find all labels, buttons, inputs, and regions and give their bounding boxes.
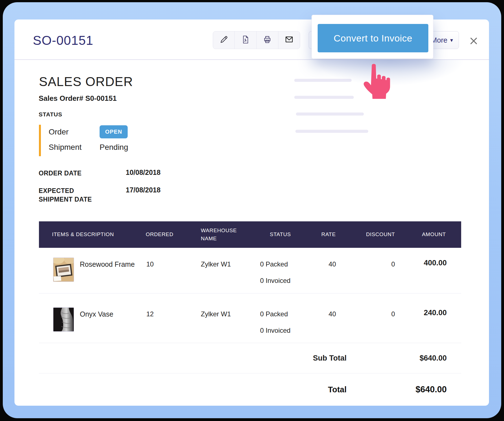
amount-cell: 400.00: [398, 258, 461, 293]
sub-total-value: $640.00: [411, 354, 447, 363]
rosewood-frame-thumbnail: [53, 258, 74, 282]
column-header-warehouse: WAREHOUSE NAME: [195, 227, 242, 243]
document-heading: SALES ORDER: [39, 74, 133, 89]
skeleton-line: [294, 96, 354, 99]
table-header-row: ITEMS & DESCRIPTION ORDERED WAREHOUSE NA…: [39, 221, 461, 248]
sales-order-number: Sales Order# S0-00151: [39, 94, 117, 103]
status-cell: 0 Packed 0 Invoiced: [260, 307, 312, 343]
shipment-status-row: Shipment Pending: [49, 143, 128, 152]
pencil-icon: [219, 35, 228, 45]
close-button[interactable]: [468, 36, 479, 46]
item-cell: Rosewood Frame: [39, 258, 140, 293]
item-name: Rosewood Frame: [80, 260, 135, 268]
total-row: Total $640.00: [39, 373, 461, 406]
amount-cell: 240.00: [398, 307, 461, 343]
close-icon: [469, 36, 478, 45]
expected-shipment-date-label: EXPECTED SHIPMENT DATE: [39, 187, 108, 204]
packed-status: 0 Packed: [260, 310, 312, 318]
column-header-discount: DISCOUNT: [343, 231, 398, 239]
table-row: Rosewood Frame 10 Zylker W1 0 Packed 0 I…: [39, 248, 461, 293]
table-row: Onyx Vase 12 Zylker W1 0 Packed 0 Invoic…: [39, 293, 461, 343]
order-status-row: Order OPEN: [49, 125, 128, 138]
pdf-file-icon: [241, 35, 250, 45]
convert-to-invoice-cta-button[interactable]: Convert to Invoice: [318, 24, 428, 52]
invoiced-status: 0 Invoiced: [260, 277, 312, 285]
shipment-status-label: Shipment: [49, 143, 100, 152]
column-header-ordered: ORDERED: [140, 231, 195, 239]
email-button[interactable]: [278, 31, 300, 49]
column-header-status: STATUS: [260, 231, 312, 239]
invoiced-status: 0 Invoiced: [260, 327, 312, 334]
column-header-rate: RATE: [312, 231, 343, 239]
status-section-label: STATUS: [39, 111, 62, 118]
order-date-label: ORDER DATE: [39, 169, 81, 178]
item-cell: Onyx Vase: [39, 307, 140, 343]
convert-popup: Convert to Invoice: [312, 15, 433, 59]
more-button-label: More: [431, 36, 447, 45]
screenshot-stage: SO-00151: [0, 0, 504, 421]
discount-cell: 0: [343, 258, 398, 293]
edit-button[interactable]: [213, 31, 235, 49]
skeleton-line: [296, 112, 364, 116]
column-header-items: ITEMS & DESCRIPTION: [39, 231, 140, 239]
warehouse-cell: Zylker W1: [195, 307, 260, 343]
line-items-table: ITEMS & DESCRIPTION ORDERED WAREHOUSE NA…: [39, 221, 461, 406]
total-value: $640.00: [411, 385, 447, 395]
discount-cell: 0: [343, 307, 398, 343]
ordered-cell: 12: [140, 307, 195, 343]
hand-pointer-cursor-icon: [361, 62, 392, 101]
sub-total-label: Sub Total: [313, 354, 347, 363]
rate-cell: 40: [312, 258, 343, 293]
printer-icon: [263, 35, 272, 45]
column-header-amount: AMOUNT: [398, 231, 461, 239]
sub-total-row: Sub Total $640.00: [39, 343, 461, 373]
packed-status: 0 Packed: [260, 260, 312, 268]
item-name: Onyx Vase: [80, 310, 113, 318]
warehouse-cell: Zylker W1: [195, 258, 260, 293]
status-accent-bar: [39, 125, 41, 156]
pdf-button[interactable]: [235, 31, 256, 49]
status-cell: 0 Packed 0 Invoiced: [260, 258, 312, 293]
onyx-vase-thumbnail: [53, 307, 74, 332]
page-title: SO-00151: [33, 33, 93, 48]
rate-cell: 40: [312, 307, 343, 343]
print-button[interactable]: [257, 31, 278, 49]
total-label: Total: [328, 385, 347, 394]
ordered-cell: 10: [140, 258, 195, 293]
chevron-down-icon: ▾: [450, 37, 453, 43]
expected-shipment-date-value: 17/08/2018: [126, 186, 160, 194]
skeleton-line: [295, 130, 368, 133]
toolbar-icon-group: [213, 31, 300, 49]
shipment-status-value: Pending: [100, 143, 128, 152]
order-date-value: 10/08/2018: [126, 168, 160, 177]
order-status-label: Order: [49, 128, 100, 136]
order-status-badge: OPEN: [100, 125, 128, 138]
envelope-icon: [285, 35, 294, 45]
